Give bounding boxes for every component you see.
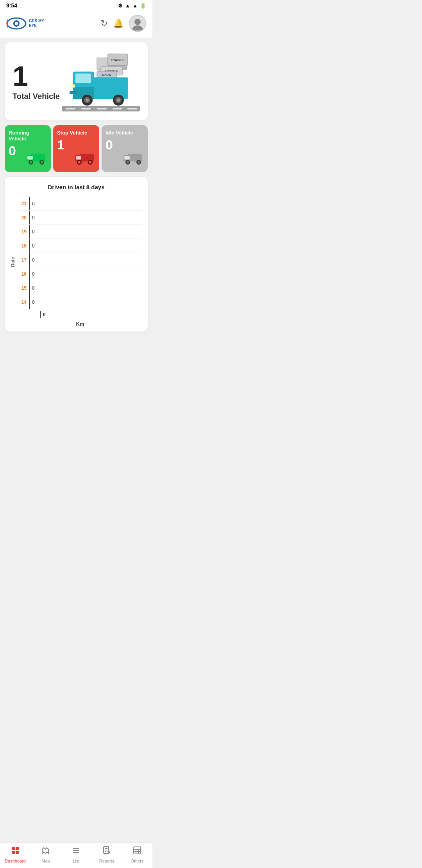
- svg-rect-56: [16, 851, 19, 854]
- vehicle-status-row: Running Vehicle 0 Stop Vehicle 1: [5, 125, 148, 172]
- svg-rect-41: [76, 156, 81, 160]
- nav-map-label: Map: [41, 859, 50, 863]
- header: GPS MYEYE ↻ 🔔: [0, 11, 152, 38]
- chart-row-bar-area: 0: [29, 295, 142, 309]
- svg-rect-55: [12, 851, 15, 854]
- chart-card: Driven in last 8 days Date 21 0 20 0 19: [5, 177, 148, 332]
- chart-row-date: 18: [18, 243, 29, 249]
- svg-rect-27: [66, 108, 75, 109]
- svg-point-45: [89, 161, 91, 163]
- avatar[interactable]: [129, 15, 146, 32]
- svg-rect-16: [75, 74, 91, 83]
- status-bar: 9:54 ⚙ ▲ ▲ 🔋: [0, 0, 152, 11]
- svg-point-36: [30, 161, 32, 163]
- chart-rows: 21 0 20 0 19 0 18 0 17: [18, 197, 142, 309]
- total-vehicle-text: 1 Total Vehicle: [13, 62, 60, 101]
- nav-reports-label: Reports: [99, 859, 114, 863]
- idle-vehicle-title: Idle Vehicle: [106, 130, 144, 136]
- idle-truck-icon: [121, 150, 145, 169]
- battery-icon: 🔋: [140, 3, 146, 9]
- notification-button[interactable]: 🔔: [113, 18, 123, 29]
- svg-point-52: [138, 161, 140, 163]
- nav-others-label: Others: [131, 859, 143, 863]
- running-vehicle-title: Running Vehicle: [9, 130, 47, 142]
- svg-rect-29: [97, 108, 107, 109]
- svg-rect-48: [124, 156, 130, 160]
- svg-rect-64: [134, 847, 141, 854]
- svg-rect-24: [70, 91, 77, 94]
- chart-row-value: 0: [32, 285, 35, 291]
- chart-row: 17 0: [18, 253, 142, 267]
- chart-row: 16 0: [18, 267, 142, 281]
- wifi-icon: ▲: [125, 3, 130, 9]
- chart-row: 18 0: [18, 239, 142, 253]
- chart-row-bar-area: 0: [29, 225, 142, 239]
- chart-row-bar-area: 0: [29, 197, 142, 210]
- stop-vehicle-card[interactable]: Stop Vehicle 1: [53, 125, 99, 172]
- nav-dashboard[interactable]: Dashboard: [4, 846, 27, 863]
- chart-row-date: 17: [18, 257, 29, 263]
- running-vehicle-card[interactable]: Running Vehicle 0: [5, 125, 51, 172]
- svg-rect-30: [113, 108, 122, 109]
- chart-row-bar-area: 0: [29, 253, 142, 267]
- map-icon: [41, 846, 50, 857]
- truck-illustration: FRAGILE MOVING MOVIN: [62, 50, 140, 113]
- nav-list-label: List: [73, 859, 79, 863]
- chart-row-bar-area: 0: [29, 281, 142, 295]
- nav-list[interactable]: List: [64, 846, 88, 863]
- running-truck-icon: [24, 150, 48, 169]
- chart-row: 21 0: [18, 197, 142, 211]
- settings-icon: ⚙: [118, 3, 123, 9]
- total-vehicle-count: 1: [13, 62, 60, 90]
- svg-point-23: [117, 99, 120, 102]
- chart-row-value: 0: [32, 201, 35, 206]
- chart-row-date: 19: [18, 229, 29, 235]
- logo-text: GPS MYEYE: [29, 19, 44, 28]
- svg-rect-53: [12, 847, 15, 850]
- chart-row-value: 0: [32, 229, 35, 235]
- nav-others[interactable]: Others: [125, 846, 149, 863]
- nav-reports[interactable]: Reports: [95, 846, 118, 863]
- svg-text:FRAGILE: FRAGILE: [111, 58, 125, 62]
- others-icon: [132, 846, 142, 857]
- svg-rect-34: [27, 156, 33, 160]
- chart-zero-line: 0: [18, 309, 142, 318]
- main-content: 1 Total Vehicle FRAGILE MOVING MOVIN: [0, 38, 152, 363]
- idle-vehicle-card[interactable]: Idle Vehicle 0: [102, 125, 148, 172]
- chart-row: 20 0: [18, 211, 142, 225]
- status-icons: ⚙ ▲ ▲ 🔋: [118, 3, 146, 9]
- total-vehicle-label: Total Vehicle: [13, 92, 60, 101]
- chart-row-value: 0: [32, 257, 35, 263]
- chart-row-bar-area: 0: [29, 211, 142, 224]
- svg-rect-28: [81, 108, 91, 109]
- svg-rect-31: [127, 108, 137, 109]
- chart-title: Driven in last 8 days: [10, 184, 142, 190]
- chart-row-date: 16: [18, 271, 29, 277]
- chart-row-value: 0: [32, 215, 35, 221]
- chart-content: 21 0 20 0 19 0 18 0 17: [18, 197, 142, 327]
- svg-point-38: [41, 161, 43, 163]
- chart-row-value: 0: [32, 299, 35, 305]
- chart-area: Date 21 0 20 0 19 0 18: [10, 197, 142, 327]
- svg-text:MOVIN: MOVIN: [102, 74, 111, 77]
- svg-point-4: [132, 25, 143, 30]
- chart-row: 14 0: [18, 295, 142, 309]
- svg-point-3: [134, 19, 141, 25]
- header-actions: ↻ 🔔: [100, 15, 146, 32]
- svg-rect-54: [16, 847, 19, 850]
- stop-truck-icon: [73, 150, 96, 169]
- chart-row-bar-area: 0: [29, 267, 142, 281]
- refresh-button[interactable]: ↻: [100, 18, 107, 29]
- signal-icon: ▲: [132, 3, 138, 9]
- chart-row: 15 0: [18, 281, 142, 295]
- stop-vehicle-title: Stop Vehicle: [57, 130, 95, 136]
- svg-rect-25: [71, 84, 75, 88]
- svg-point-20: [86, 99, 89, 102]
- svg-point-43: [78, 161, 80, 163]
- chart-row-date: 15: [18, 285, 29, 291]
- logo: GPS MYEYE: [6, 16, 44, 31]
- chart-row-date: 21: [18, 201, 29, 206]
- nav-map[interactable]: Map: [34, 846, 57, 863]
- svg-point-50: [127, 161, 129, 163]
- chart-y-label: Date: [10, 197, 16, 327]
